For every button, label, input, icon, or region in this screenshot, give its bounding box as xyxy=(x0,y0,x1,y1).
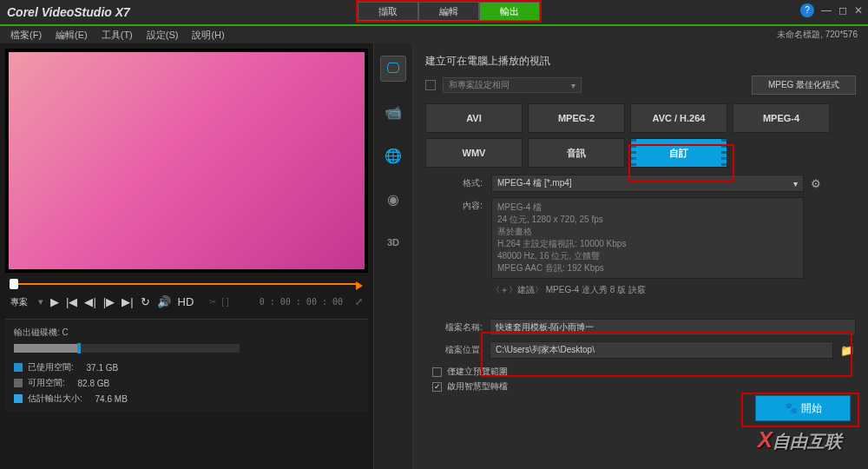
format-wmv[interactable]: WMV xyxy=(425,138,523,168)
timecode: 0 : 00 : 00 : 00 xyxy=(260,297,343,307)
legend-free: 可用空間: 82.8 GB xyxy=(14,377,359,389)
format-custom[interactable]: 自訂 xyxy=(630,138,727,168)
output-type-rail: 🖵 📹 🌐 ◉ 3D xyxy=(373,43,413,469)
minimize-icon[interactable]: — xyxy=(821,4,832,17)
rail-disc-icon[interactable]: ◉ xyxy=(380,186,406,212)
prev-frame-icon[interactable]: ◀| xyxy=(84,295,95,308)
format-audio[interactable]: 音訊 xyxy=(528,138,625,168)
content-label: 內容: xyxy=(425,197,483,212)
format-grid: AVI MPEG-2 AVC / H.264 MPEG-4 WMV 音訊 自訂 xyxy=(425,103,856,168)
format-mpeg4[interactable]: MPEG-4 xyxy=(733,103,830,133)
play-icon[interactable]: ▶ xyxy=(50,295,59,308)
profile-hint: 〈＋〉建議〉 MPEG-4 達人秀 8 版 訣竅 xyxy=(491,284,856,296)
smart-render-checkbox[interactable]: ✓ xyxy=(432,382,442,392)
filepath-label: 檔案位置: xyxy=(425,344,483,356)
format-settings-icon[interactable]: ⚙ xyxy=(811,177,821,190)
disk-panel: 輸出磁碟機: C 已使用空間: 37.1 GB 可用空間: 82.8 GB 估計… xyxy=(5,319,368,412)
repeat-icon[interactable]: ↻ xyxy=(141,295,150,308)
disk-title: 輸出磁碟機: C xyxy=(14,327,359,339)
expand-icon[interactable]: ⤢ xyxy=(355,296,363,307)
disk-bar xyxy=(14,344,240,353)
same-as-project-dropdown[interactable]: 和專案設定相同▾ xyxy=(443,77,582,93)
format-avc[interactable]: AVC / H.264 xyxy=(630,103,727,133)
menu-setting[interactable]: 設定(S) xyxy=(147,29,179,42)
filename-input[interactable] xyxy=(490,319,856,336)
project-info: 未命名標題, 720*576 xyxy=(777,29,858,41)
start-button[interactable]: 🐾 開始 xyxy=(755,395,851,421)
browse-folder-icon[interactable]: 📁 xyxy=(840,344,856,357)
mpeg-optimize-button[interactable]: MPEG 最佳化程式 xyxy=(752,76,856,95)
rail-device-icon[interactable]: 📹 xyxy=(380,99,406,125)
next-frame-icon[interactable]: |▶ xyxy=(103,295,115,308)
preview-frame xyxy=(5,49,368,273)
rail-computer-icon[interactable]: 🖵 xyxy=(380,56,406,82)
menu-file[interactable]: 檔案(F) xyxy=(10,29,42,42)
tab-edit[interactable]: 編輯 xyxy=(418,2,479,21)
legend-used: 已使用空間: 37.1 GB xyxy=(14,361,359,373)
timeline-scrubber[interactable] xyxy=(5,276,368,292)
help-icon[interactable]: ? xyxy=(800,3,814,17)
tab-capture[interactable]: 擷取 xyxy=(358,2,418,21)
rail-web-icon[interactable]: 🌐 xyxy=(380,142,406,168)
cut-disabled-icon: ✂ xyxy=(209,297,216,307)
format-select[interactable]: MPEG-4 檔 [*.mp4]▾ xyxy=(491,175,804,192)
preview-only-label: 僅建立預覽範圍 xyxy=(447,366,508,378)
rail-3d-icon[interactable]: 3D xyxy=(380,229,406,255)
mark-disabled-icon: [ ] xyxy=(221,297,228,307)
hd-toggle[interactable]: HD xyxy=(178,295,194,308)
end-icon[interactable]: ▶| xyxy=(122,295,133,308)
watermark: X自由互联 xyxy=(758,426,842,453)
maximize-icon[interactable]: ◻ xyxy=(838,4,847,17)
start-paw-icon: 🐾 xyxy=(785,402,798,414)
tab-output[interactable]: 輸出 xyxy=(479,2,540,21)
legend-est: 估計輸出大小: 74.6 MB xyxy=(14,393,359,405)
smart-render-label: 啟用智慧型轉檔 xyxy=(447,380,508,393)
format-avi[interactable]: AVI xyxy=(425,103,523,133)
format-mpeg2[interactable]: MPEG-2 xyxy=(528,103,625,133)
filename-label: 檔案名稱: xyxy=(425,321,483,334)
menu-tool[interactable]: 工具(T) xyxy=(102,29,133,42)
filepath-input[interactable] xyxy=(490,341,833,359)
same-as-project-checkbox[interactable] xyxy=(425,80,436,90)
top-tabs: 擷取 編輯 輸出 xyxy=(356,0,542,23)
section-title: 建立可在電腦上播放的視訊 xyxy=(425,54,856,69)
content-info: MPEG-4 檔 24 位元, 1280 x 720, 25 fps 基於畫格 … xyxy=(491,197,804,279)
preview-only-checkbox[interactable] xyxy=(432,367,442,377)
play-mode-label[interactable]: 專案 xyxy=(10,296,28,308)
menu-edit[interactable]: 編輯(E) xyxy=(56,29,88,42)
format-label: 格式: xyxy=(425,175,483,189)
home-icon[interactable]: |◀ xyxy=(66,295,77,308)
close-icon[interactable]: ✕ xyxy=(854,4,863,17)
app-title: Corel VideoStudio X7 xyxy=(7,5,130,19)
preview-video xyxy=(9,52,365,269)
menu-help[interactable]: 說明(H) xyxy=(192,29,224,42)
volume-icon[interactable]: 🔊 xyxy=(157,295,171,308)
